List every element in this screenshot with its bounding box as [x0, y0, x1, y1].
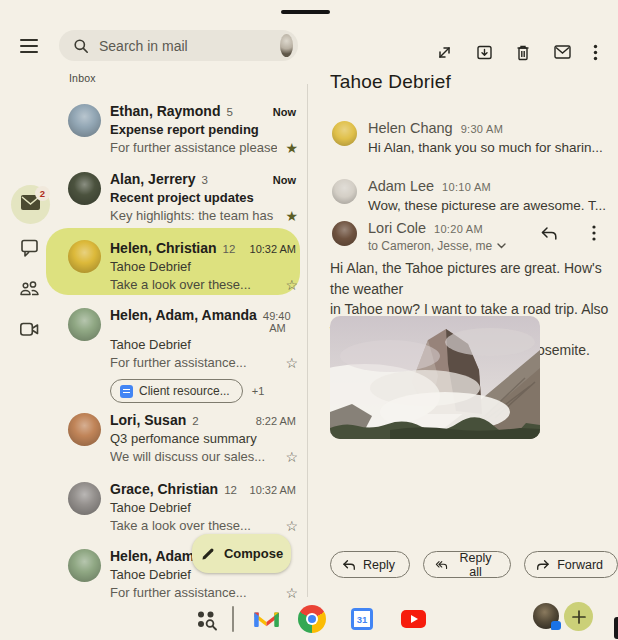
- message-sender: Helen Chang: [368, 120, 453, 136]
- attachment-chip-label: Client resource...: [139, 384, 230, 398]
- message-avatar: [332, 221, 357, 246]
- sender-names: Helen, Adam, Amanda: [110, 307, 257, 323]
- timestamp: 9:40 AM: [269, 310, 298, 334]
- pane-divider: [307, 84, 308, 597]
- star-filled-icon[interactable]: ★: [285, 209, 298, 223]
- message-collapsed[interactable]: Adam Lee10:10 AM Wow, these picturese ar…: [332, 178, 606, 213]
- compose-button[interactable]: Compose: [192, 534, 291, 573]
- taskbar-divider: [232, 606, 234, 632]
- attachment-chip[interactable]: Client resource...: [110, 379, 243, 403]
- attachment-extra-count: +1: [252, 385, 265, 397]
- calendar-day: 31: [354, 611, 370, 627]
- document-icon: [120, 385, 133, 398]
- subject: Tahoe Debrief: [110, 337, 298, 352]
- subject: Tahoe Debrief: [110, 500, 298, 515]
- subject: Expense report pending: [110, 122, 298, 137]
- chrome-app-icon[interactable]: [298, 605, 326, 633]
- compose-label: Compose: [224, 546, 283, 561]
- sender-avatar: [68, 240, 101, 273]
- preview: Key highlights: the team has a...: [110, 208, 277, 223]
- archive-icon[interactable]: [476, 44, 493, 61]
- more-options-icon[interactable]: [593, 44, 598, 61]
- spaces-icon[interactable]: [19, 280, 40, 301]
- yosemite-photo-attachment[interactable]: [330, 316, 540, 439]
- app-search-icon[interactable]: [193, 606, 220, 637]
- camera-notch: [281, 10, 330, 14]
- thread-reply-actions: Reply Reply all Forward: [330, 551, 618, 578]
- timestamp: Now: [273, 106, 298, 118]
- thread-count: 12: [223, 243, 236, 255]
- message-preview: Wow, these picturese are awesome. T...: [368, 198, 606, 213]
- reply-button[interactable]: Reply: [330, 551, 410, 578]
- sender-names: Helen, Christian: [110, 240, 217, 256]
- plus-icon: [572, 610, 586, 624]
- subject: Recent project updates: [110, 190, 298, 205]
- email-list-item[interactable]: Helen, Adam, Amanda49:40 AM Tahoe Debrie…: [46, 303, 298, 403]
- screen-edge-element: [614, 617, 618, 639]
- timestamp: Now: [273, 174, 298, 186]
- message-time: 10:10 AM: [442, 181, 491, 193]
- star-outline-icon[interactable]: ☆: [285, 519, 298, 533]
- menu-icon[interactable]: [20, 39, 38, 53]
- calendar-app-icon[interactable]: 31: [351, 608, 373, 630]
- recipients-text: to Cameron, Jesse, me: [368, 239, 492, 253]
- mark-unread-icon[interactable]: [554, 45, 571, 59]
- message-avatar: [332, 179, 357, 204]
- account-avatar[interactable]: [280, 34, 293, 57]
- message-avatar: [332, 121, 357, 146]
- star-filled-icon[interactable]: ★: [285, 141, 298, 155]
- sender-avatar: [68, 104, 101, 137]
- sender-avatar: [68, 482, 101, 515]
- subject: Q3 perfomance summary: [110, 431, 298, 446]
- preview: For further assistance please...: [110, 140, 277, 155]
- message-collapsed[interactable]: Helen Chang9:30 AM Hi Alan, thank you so…: [332, 120, 603, 155]
- preview: Take a look over these...: [110, 518, 277, 533]
- delete-icon[interactable]: [515, 44, 531, 61]
- recipients-row[interactable]: to Cameron, Jesse, me: [368, 239, 506, 253]
- chat-icon[interactable]: [21, 239, 39, 261]
- star-outline-icon[interactable]: ☆: [285, 586, 298, 600]
- email-list-item[interactable]: Grace, Christian1210:32 AM Tahoe Debrief…: [46, 475, 298, 533]
- sender-names: Ethan, Raymond: [110, 103, 220, 119]
- reply-all-icon: [435, 559, 448, 571]
- sender-avatar: [68, 172, 101, 205]
- timestamp: 8:22 AM: [256, 415, 298, 427]
- search-bar[interactable]: [59, 30, 298, 61]
- sender-names: Alan, Jerrery: [110, 171, 196, 187]
- message-preview: Hi Alan, thank you so much for sharin...: [368, 140, 603, 155]
- more-options-icon[interactable]: [592, 225, 596, 241]
- forward-icon: [536, 559, 550, 571]
- message-time: 9:30 AM: [461, 123, 503, 135]
- sender-avatar: [68, 549, 101, 582]
- star-outline-icon[interactable]: ☆: [285, 356, 298, 370]
- search-input[interactable]: [99, 38, 280, 54]
- forward-button[interactable]: Forward: [524, 551, 618, 578]
- star-outline-icon[interactable]: ☆: [285, 450, 298, 464]
- sender-avatar: [68, 413, 101, 446]
- meet-icon[interactable]: [20, 322, 39, 341]
- tablet-screen: 2 Inbox Ethan, Raymond5Now Expense repor…: [0, 0, 618, 640]
- message-expanded-header[interactable]: Lori Cole10:20 AM to Cameron, Jesse, me: [332, 220, 506, 253]
- message-sender: Lori Cole: [368, 220, 426, 236]
- email-list-item[interactable]: Lori, Susan28:22 AM Q3 perfomance summar…: [46, 406, 298, 464]
- gmail-app-icon[interactable]: [254, 610, 279, 633]
- email-list-item[interactable]: Ethan, Raymond5Now Expense report pendin…: [46, 97, 298, 155]
- pencil-icon: [200, 546, 216, 562]
- message-actions: [540, 225, 596, 241]
- user-avatar[interactable]: [533, 603, 559, 629]
- reply-all-button[interactable]: Reply all: [423, 551, 511, 578]
- thread-count: 2: [192, 415, 198, 427]
- thread-count: 12: [224, 484, 237, 496]
- add-button[interactable]: [564, 602, 593, 631]
- email-list-item[interactable]: Alan, Jerrery3Now Recent project updates…: [46, 165, 298, 223]
- reply-icon[interactable]: [540, 226, 558, 241]
- preview: For further assistance...: [110, 355, 277, 370]
- sender-avatar: [68, 308, 101, 341]
- thread-toolbar: [436, 42, 598, 62]
- star-outline-icon[interactable]: ☆: [285, 278, 298, 292]
- expand-icon[interactable]: [436, 44, 453, 61]
- youtube-app-icon[interactable]: [401, 610, 426, 628]
- chevron-down-icon: [497, 243, 506, 249]
- message-sender: Adam Lee: [368, 178, 434, 194]
- email-list-item-selected[interactable]: Helen, Christian1210:32 AM Tahoe Debrief…: [46, 236, 298, 292]
